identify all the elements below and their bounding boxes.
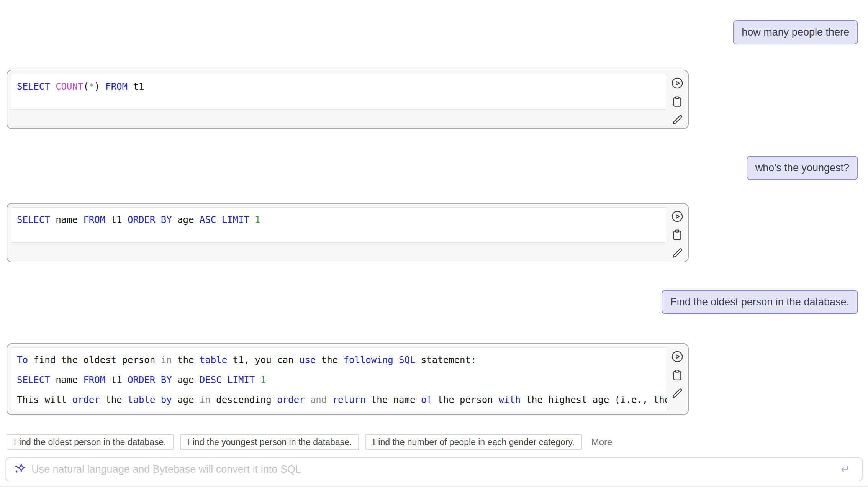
sql-code-line: SELECT name FROM t1 ORDER BY age ASC LIM… <box>17 210 661 230</box>
sql-code-line: SELECT COUNT(*) FROM t1 <box>17 77 661 97</box>
suggestion-chip-youngest[interactable]: Find the youngest person in the database… <box>180 434 359 450</box>
sql-action-toolbar <box>670 350 685 400</box>
assistant-sql-response: To find the oldest person in the table t… <box>7 343 689 415</box>
clipboard-icon <box>671 368 684 382</box>
copy-sql-button[interactable] <box>671 95 684 108</box>
user-message-row: Find the oldest person in the database. <box>0 290 868 314</box>
sql-code-block: To find the oldest person in the table t… <box>11 347 667 411</box>
sql-code-block: SELECT COUNT(*) FROM t1 <box>11 74 667 110</box>
play-circle-icon <box>671 210 684 223</box>
nl-to-sql-input[interactable]: Use natural language and Bytebase will c… <box>5 457 863 481</box>
submit-enter-button[interactable] <box>838 463 850 476</box>
sql-code-line: This will order the table by age in desc… <box>17 390 661 410</box>
sql-action-toolbar <box>670 210 685 260</box>
clipboard-icon <box>671 95 684 108</box>
more-suggestions-link[interactable]: More <box>591 437 613 447</box>
ai-chat-panel: how many people there SELECT COUNT(*) FR… <box>0 20 868 488</box>
user-message-bubble: how many people there <box>733 20 858 44</box>
clipboard-icon <box>671 228 684 241</box>
sql-code-block: SELECT name FROM t1 ORDER BY age ASC LIM… <box>11 207 667 243</box>
edit-sql-button[interactable] <box>671 247 684 260</box>
assistant-sql-response: SELECT COUNT(*) FROM t1 <box>7 70 689 129</box>
sparkle-icon <box>13 462 26 477</box>
sql-action-toolbar <box>670 77 685 126</box>
return-arrow-icon <box>838 470 850 476</box>
play-circle-icon <box>671 77 684 90</box>
run-sql-button[interactable] <box>671 350 684 363</box>
user-message-row: how many people there <box>0 20 868 44</box>
suggestion-chip-row: Find the oldest person in the database. … <box>7 434 868 450</box>
edit-sql-button[interactable] <box>671 113 684 126</box>
sql-code-line: To find the oldest person in the table t… <box>17 350 661 370</box>
play-circle-icon <box>671 350 684 363</box>
suggestion-chip-gender-count[interactable]: Find the number of people in each gender… <box>365 434 581 450</box>
pencil-icon <box>671 247 684 260</box>
run-sql-button[interactable] <box>671 77 684 90</box>
sql-code-line: SELECT name FROM t1 ORDER BY age DESC LI… <box>17 370 661 390</box>
bottom-divider <box>0 486 868 487</box>
assistant-sql-response: SELECT name FROM t1 ORDER BY age ASC LIM… <box>7 203 689 262</box>
run-sql-button[interactable] <box>671 210 684 223</box>
copy-sql-button[interactable] <box>671 368 684 382</box>
pencil-icon <box>671 387 684 400</box>
user-message-bubble: who's the youngest? <box>747 156 858 180</box>
copy-sql-button[interactable] <box>671 228 684 241</box>
nl-input-placeholder: Use natural language and Bytebase will c… <box>31 463 838 475</box>
edit-sql-button[interactable] <box>671 387 684 400</box>
pencil-icon <box>671 113 684 126</box>
user-message-bubble: Find the oldest person in the database. <box>662 290 858 314</box>
user-message-row: who's the youngest? <box>0 156 868 180</box>
suggestion-chip-oldest[interactable]: Find the oldest person in the database. <box>7 434 174 450</box>
